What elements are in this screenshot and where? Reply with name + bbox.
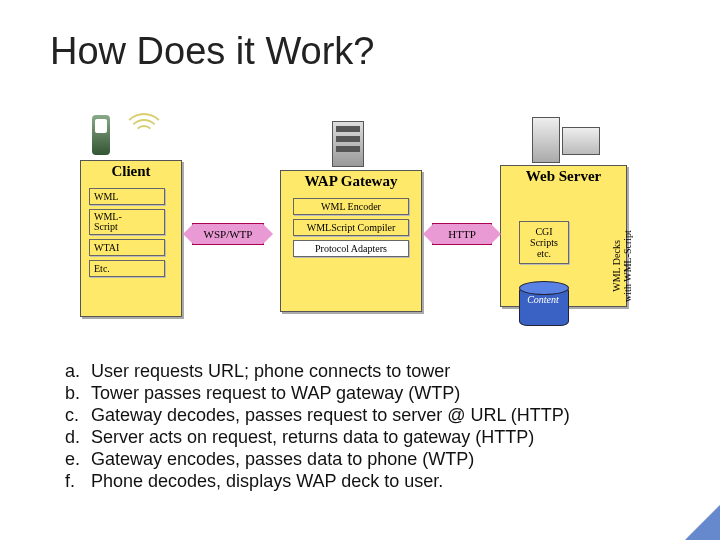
- phone-icon: [92, 115, 110, 155]
- step-text: Phone decodes, displays WAP deck to user…: [91, 471, 443, 491]
- server-monitor-icon: [562, 127, 600, 155]
- arrow-http: HTTP: [432, 223, 492, 245]
- step-item: c.Gateway decodes, passes request to ser…: [65, 405, 570, 426]
- client-item: Etc.: [89, 260, 165, 277]
- step-text: Gateway decodes, passes request to serve…: [91, 405, 570, 425]
- server-side-label: WML Decks with WML-Script: [611, 216, 633, 316]
- step-text: Gateway encodes, passes data to phone (W…: [91, 449, 474, 469]
- gateway-item: WML Encoder: [293, 198, 409, 215]
- step-item: d.Server acts on request, returns data t…: [65, 427, 570, 448]
- content-cylinder-icon: [519, 286, 569, 326]
- arrow-wsp-wtp: WSP/WTP: [192, 223, 264, 245]
- step-item: f.Phone decodes, displays WAP deck to us…: [65, 471, 570, 492]
- steps-list: a.User requests URL; phone connects to t…: [65, 360, 570, 493]
- gateway-title: WAP Gateway: [281, 171, 421, 194]
- gateway-item: WMLScript Compiler: [293, 219, 409, 236]
- content-label: Content: [519, 294, 567, 305]
- corner-fold-icon: [685, 505, 720, 540]
- step-item: e.Gateway encodes, passes data to phone …: [65, 449, 570, 470]
- radio-waves-icon: [122, 113, 166, 157]
- step-item: a.User requests URL; phone connects to t…: [65, 361, 570, 382]
- server-cgi: CGI Scripts etc.: [519, 221, 569, 264]
- server-title: Web Server: [501, 166, 626, 189]
- client-title: Client: [81, 161, 181, 184]
- client-item: WML- Script: [89, 209, 165, 235]
- slide: How Does it Work? Client WML WML- Script…: [0, 0, 720, 540]
- step-text: Server acts on request, returns data to …: [91, 427, 534, 447]
- gateway-hardware-icon: [332, 121, 364, 167]
- step-letter: f.: [65, 471, 91, 492]
- step-letter: e.: [65, 449, 91, 470]
- step-letter: d.: [65, 427, 91, 448]
- step-letter: b.: [65, 383, 91, 404]
- client-box: Client WML WML- Script WTAI Etc.: [80, 160, 182, 317]
- step-text: Tower passes request to WAP gateway (WTP…: [91, 383, 460, 403]
- architecture-diagram: Client WML WML- Script WTAI Etc. WAP Gat…: [80, 115, 640, 325]
- server-tower-icon: [532, 117, 560, 163]
- gateway-item: Protocol Adapters: [293, 240, 409, 257]
- step-letter: c.: [65, 405, 91, 426]
- step-text: User requests URL; phone connects to tow…: [91, 361, 450, 381]
- client-item: WTAI: [89, 239, 165, 256]
- step-letter: a.: [65, 361, 91, 382]
- server-box: Web Server CGI Scripts etc. Content WML …: [500, 165, 627, 307]
- step-item: b.Tower passes request to WAP gateway (W…: [65, 383, 570, 404]
- client-item: WML: [89, 188, 165, 205]
- gateway-box: WAP Gateway WML Encoder WMLScript Compil…: [280, 170, 422, 312]
- page-title: How Does it Work?: [50, 30, 375, 73]
